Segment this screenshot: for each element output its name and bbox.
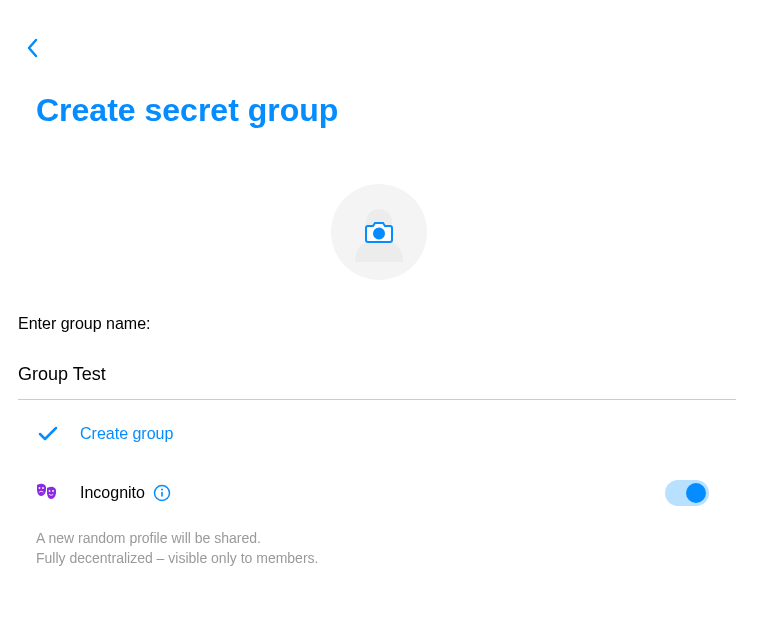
svg-point-7 bbox=[161, 489, 163, 491]
group-name-label: Enter group name: bbox=[18, 315, 151, 333]
incognito-hint: A new random profile will be shared. Ful… bbox=[36, 528, 318, 569]
svg-rect-8 bbox=[161, 492, 163, 497]
page-title: Create secret group bbox=[36, 92, 338, 129]
svg-point-1 bbox=[374, 229, 384, 239]
incognito-row: Incognito bbox=[36, 480, 709, 506]
hint-line-1: A new random profile will be shared. bbox=[36, 528, 318, 548]
svg-point-4 bbox=[49, 490, 51, 492]
create-group-button[interactable]: Create group bbox=[38, 425, 173, 443]
hint-line-2: Fully decentralized – visible only to me… bbox=[36, 548, 318, 568]
group-name-input[interactable] bbox=[18, 356, 736, 400]
toggle-knob bbox=[686, 483, 706, 503]
svg-point-2 bbox=[39, 487, 41, 489]
incognito-label: Incognito bbox=[80, 484, 145, 502]
svg-point-3 bbox=[42, 487, 44, 489]
check-icon bbox=[38, 426, 58, 442]
info-icon[interactable] bbox=[153, 484, 171, 502]
back-button[interactable] bbox=[20, 36, 44, 60]
svg-point-5 bbox=[52, 490, 54, 492]
masks-icon bbox=[36, 483, 58, 503]
incognito-toggle[interactable] bbox=[665, 480, 709, 506]
create-group-label: Create group bbox=[80, 425, 173, 443]
chevron-left-icon bbox=[26, 38, 38, 58]
group-avatar-picker[interactable] bbox=[331, 184, 427, 280]
camera-icon bbox=[365, 220, 393, 244]
